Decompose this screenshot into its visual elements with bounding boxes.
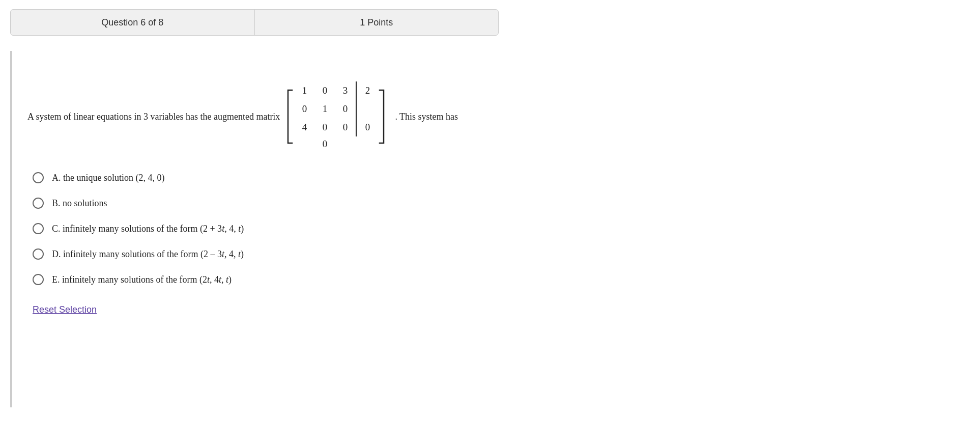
matrix-cell-r1c4: 2 — [365, 83, 370, 98]
radio-E[interactable] — [33, 274, 44, 285]
option-B-label: B. no solutions — [52, 198, 107, 209]
main-content: A system of linear equations in 3 variab… — [12, 51, 980, 407]
reset-selection-link[interactable]: Reset Selection — [33, 304, 97, 315]
matrix-grid: 1 0 3 2 0 1 0 4 0 0 0 0 — [294, 81, 378, 152]
radio-C[interactable] — [33, 223, 44, 234]
augmented-matrix: 1 0 3 2 0 1 0 4 0 0 0 0 — [285, 81, 387, 152]
matrix-cell-r3c2: 0 — [343, 120, 348, 135]
bracket-left-icon — [285, 89, 294, 144]
matrix-cell-r2c1: 0 — [302, 101, 307, 117]
question-text: A system of linear equations in 3 variab… — [27, 81, 960, 152]
option-C-label: C. infinitely many solutions of the form… — [52, 224, 244, 234]
option-B[interactable]: B. no solutions — [33, 198, 960, 209]
prose-after: . This system has — [395, 109, 458, 124]
matrix-cell-r3c4: 0 — [323, 136, 328, 152]
question-label: Question 6 of 8 — [11, 17, 254, 28]
option-E[interactable]: E. infinitely many solutions of the form… — [33, 274, 960, 285]
prose-before: A system of linear equations in 3 variab… — [27, 109, 280, 124]
matrix-cell-r1c3: 3 — [343, 83, 348, 98]
matrix-cell-r3c1: 0 — [323, 120, 328, 135]
matrix-cell-r3c3: 0 — [365, 120, 370, 135]
matrix-vline — [356, 81, 357, 136]
header-bar: Question 6 of 8 1 Points — [10, 9, 499, 36]
points-label: 1 Points — [255, 17, 499, 28]
option-C[interactable]: C. infinitely many solutions of the form… — [33, 223, 960, 234]
matrix-cell-r2c4: 4 — [302, 120, 307, 135]
option-E-label: E. infinitely many solutions of the form… — [52, 274, 232, 285]
option-A-label: A. the unique solution (2, 4, 0) — [52, 173, 164, 183]
option-A[interactable]: A. the unique solution (2, 4, 0) — [33, 172, 960, 183]
matrix-cell-r1c2: 0 — [323, 83, 328, 98]
radio-D[interactable] — [33, 248, 44, 260]
options-list: A. the unique solution (2, 4, 0) B. no s… — [33, 172, 960, 285]
option-D[interactable]: D. infinitely many solutions of the form… — [33, 248, 960, 260]
radio-B[interactable] — [33, 198, 44, 209]
bracket-right-icon — [378, 89, 387, 144]
matrix-cell-r2c2: 1 — [323, 101, 328, 117]
radio-A[interactable] — [33, 172, 44, 183]
option-D-label: D. infinitely many solutions of the form… — [52, 249, 244, 260]
matrix-cell-r2c3: 0 — [343, 101, 348, 117]
matrix-cell-r1c1: 1 — [302, 83, 307, 98]
